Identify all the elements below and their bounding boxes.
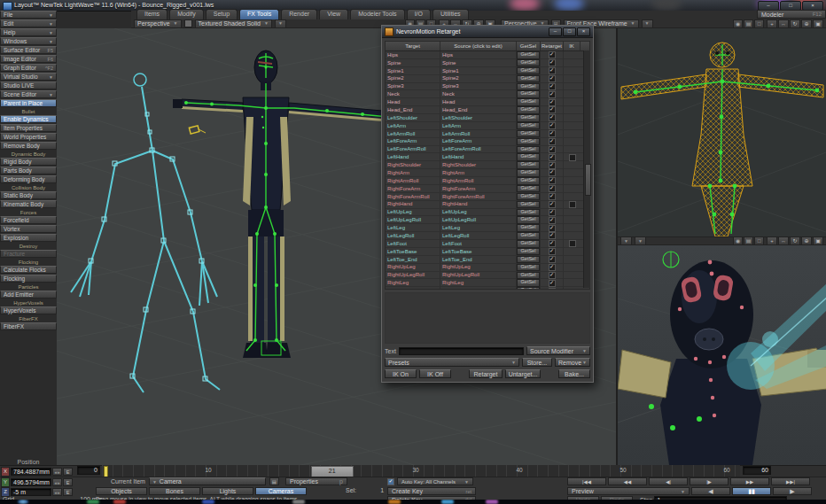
view-type-dropdown[interactable]: ▼ (620, 236, 632, 245)
getsel-button[interactable]: GetSel (517, 146, 540, 154)
rotate-icon[interactable]: ↻ (790, 236, 800, 245)
table-row[interactable]: RightLegRollRightLegRollGetSel✓ (386, 287, 589, 289)
ik-checkbox[interactable] (569, 201, 576, 208)
tab-utilities[interactable]: Utilities (432, 9, 469, 19)
retarget-checkbox[interactable]: ✓ (549, 177, 556, 184)
tab-modify[interactable]: Modify (169, 9, 204, 19)
source-cell[interactable]: RightHand (440, 201, 517, 209)
getsel-button[interactable]: GetSel (517, 272, 540, 280)
taskbar-icon[interactable] (441, 500, 454, 504)
table-row[interactable]: LeftToeBaseLeftToeBaseGetSel✓ (386, 248, 589, 256)
shading-mode-dropdown[interactable]: ▼ (635, 236, 646, 245)
z-nudge-button[interactable]: «» (52, 488, 62, 496)
retarget-checkbox[interactable]: ✓ (549, 130, 556, 137)
tab-fx-tools[interactable]: FX Tools (239, 9, 279, 19)
table-row[interactable]: HipsHipsGetSel✓ (386, 51, 589, 59)
objects-button[interactable]: Objects (96, 487, 147, 495)
source-cell[interactable]: LeftShoulder (440, 114, 517, 122)
table-row[interactable]: RightArmRightArmGetSel✓ (386, 169, 589, 177)
retarget-checkbox[interactable]: ✓ (549, 217, 556, 224)
table-row[interactable]: LeftUpLegRollLeftUpLegRollGetSel✓ (386, 216, 589, 224)
end-frame-field[interactable]: 60 (743, 466, 771, 475)
z-position-field[interactable]: -5 m (11, 488, 51, 496)
sidebar-item-item-properties[interactable]: Item Properties (0, 124, 57, 132)
sidebar-item-parent-in-place[interactable]: Parent in Place (0, 99, 57, 107)
table-row[interactable]: LeftHandLeftHandGetSel✓ (386, 153, 589, 161)
item-list-button[interactable]: ▤ (269, 477, 279, 485)
table-row[interactable]: RightUpLegRollRightUpLegRollGetSel✓ (386, 272, 589, 280)
source-cell[interactable]: LeftUpLegRoll (440, 216, 517, 224)
table-row[interactable]: LeftUpLegLeftUpLegGetSel✓ (386, 209, 589, 217)
getsel-button[interactable]: GetSel (517, 185, 540, 193)
taskbar-icon[interactable] (388, 500, 401, 504)
list-icon[interactable]: ▤ (744, 236, 753, 245)
first-frame-button[interactable]: |◀◀ (567, 477, 606, 485)
table-row[interactable]: Spine2Spine2GetSel✓ (386, 75, 589, 83)
bake-button[interactable]: Bake... (558, 369, 590, 378)
taskbar-icon[interactable] (87, 500, 99, 504)
source-cell[interactable]: LeftArmRoll (440, 130, 517, 138)
start-frame-field[interactable]: 0 (77, 466, 100, 475)
source-cell[interactable]: LeftForeArmRoll (440, 146, 517, 154)
view-type-dropdown[interactable]: Perspective▼ (134, 19, 182, 28)
table-row[interactable]: LeftArmRollLeftArmRollGetSel✓ (386, 130, 589, 138)
x-nudge-button[interactable]: «» (52, 468, 62, 476)
source-cell[interactable]: RightShoulder (440, 161, 517, 169)
retarget-checkbox[interactable]: ✓ (549, 248, 556, 255)
retarget-checkbox[interactable]: ✓ (549, 280, 556, 287)
retarget-checkbox[interactable]: ✓ (549, 201, 556, 208)
sidebar-item-enable-dynamics[interactable]: Enable Dynamics (0, 115, 57, 123)
sidebar-item-virtual-studio[interactable]: Virtual Studio▼ (0, 73, 57, 81)
shading-mode-dropdown[interactable]: Textured Shaded Solid▼ (195, 19, 272, 28)
ik-checkbox[interactable] (569, 154, 576, 161)
list-icon[interactable]: ▤ (744, 19, 753, 28)
zoom-icon[interactable]: ⊕ (801, 236, 812, 245)
x-position-field[interactable]: 784.4887mm (11, 468, 51, 476)
tab-items[interactable]: Items (136, 9, 168, 19)
source-cell[interactable]: LeftForeArm (440, 138, 517, 146)
tab-setup[interactable]: Setup (206, 9, 238, 19)
table-row[interactable]: LeftArmLeftArmGetSel✓ (386, 122, 589, 130)
retarget-checkbox[interactable]: ✓ (549, 51, 556, 58)
y-nudge-button[interactable]: «» (52, 478, 62, 486)
x-envelope-button[interactable]: E (63, 468, 73, 476)
sidebar-item-vortex[interactable]: Vortex (0, 225, 57, 233)
retarget-checkbox[interactable]: ✓ (549, 75, 556, 82)
getsel-button[interactable]: GetSel (517, 83, 540, 91)
source-cell[interactable]: LeftArm (440, 122, 517, 130)
table-scrollbar[interactable] (583, 50, 590, 288)
scrollbar-thumb[interactable] (585, 164, 591, 196)
getsel-button[interactable]: GetSel (517, 161, 540, 169)
rotate-icon[interactable]: ↻ (790, 19, 800, 28)
source-cell[interactable]: Head (440, 98, 517, 106)
retarget-checkbox[interactable]: ✓ (549, 83, 556, 90)
sidebar-item-scene-editor[interactable]: Scene Editor▼ (0, 90, 57, 98)
sidebar-item-add-emitter[interactable]: Add Emitter (0, 291, 57, 299)
table-row[interactable]: RightForeArmRightForeArmGetSel✓ (386, 185, 589, 193)
cell-icon[interactable]: □ (754, 236, 764, 245)
prev-key-button[interactable]: ◀◀ (608, 477, 647, 485)
auto-key-checkbox[interactable]: ✓ (387, 478, 394, 485)
getsel-button[interactable]: GetSel (517, 279, 540, 287)
taskbar-icon[interactable] (292, 500, 305, 504)
sidebar-item-rigid-body[interactable]: Rigid Body (0, 158, 57, 166)
sidebar-item-calculate-flocks[interactable]: Calculate Flocks (0, 266, 57, 274)
getsel-button[interactable]: GetSel (517, 209, 540, 217)
sidebar-item-help[interactable]: Help▼ (0, 28, 57, 36)
play-reverse-button[interactable]: ◀ (691, 487, 730, 495)
tab-modeler-tools[interactable]: Modeler Tools (350, 9, 404, 19)
source-cell[interactable]: RightLegRoll (440, 287, 517, 289)
source-cell[interactable]: Spine3 (440, 83, 517, 91)
getsel-button[interactable]: GetSel (517, 90, 540, 98)
tab-render[interactable]: Render (281, 9, 317, 19)
retarget-checkbox[interactable]: ✓ (549, 256, 556, 263)
tab-view[interactable]: View (319, 9, 348, 19)
source-cell[interactable]: RightUpLegRoll (440, 272, 517, 280)
retarget-checkbox[interactable]: ✓ (549, 272, 556, 279)
camera-gizmo[interactable] (189, 126, 206, 134)
cell-icon[interactable]: □ (754, 19, 764, 28)
getsel-button[interactable]: GetSel (517, 75, 540, 83)
retarget-checkbox[interactable]: ✓ (549, 162, 556, 169)
table-row[interactable]: RightUpLegRightUpLegGetSel✓ (386, 264, 589, 272)
sidebar-item-remove-body[interactable]: Remove Body (0, 142, 57, 150)
